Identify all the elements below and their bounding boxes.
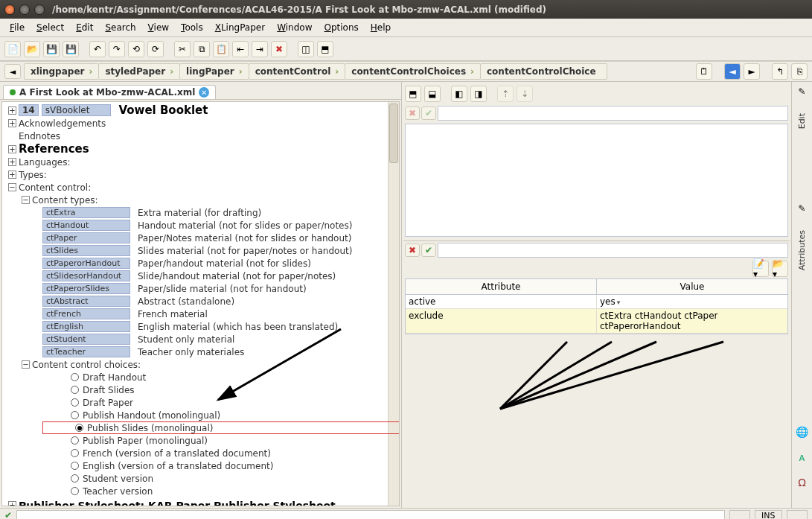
expand-icon[interactable]: +: [8, 145, 16, 153]
content-type-row[interactable]: ctSlidesSlides material (not for paper/n…: [42, 244, 397, 257]
menu-view[interactable]: View: [143, 20, 174, 35]
content-choice[interactable]: French (version of a translated document…: [71, 447, 397, 459]
crumb-styledpaper[interactable]: styledPaper: [98, 63, 180, 80]
edit-listbox[interactable]: [405, 124, 788, 237]
tab-close-icon[interactable]: ✕: [199, 87, 209, 98]
redo-group-icon[interactable]: ⟳: [147, 41, 164, 57]
radio-icon[interactable]: [71, 373, 79, 381]
wrap-b-icon[interactable]: ◨: [470, 86, 487, 102]
crumb-contentcontrolchoices[interactable]: contentControlChoices: [345, 63, 481, 80]
paste-after-icon[interactable]: ⇥: [252, 41, 268, 57]
content-type-row[interactable]: ctSlidesorHandoutSlide/handout material …: [42, 270, 397, 282]
edit-tab[interactable]: Edit: [797, 110, 807, 132]
tool-a-icon[interactable]: ↰: [772, 63, 788, 80]
menu-xlingpaper[interactable]: XLingPaper: [210, 20, 270, 35]
apply-button[interactable]: ✔: [421, 106, 436, 120]
expand-icon[interactable]: +: [8, 119, 16, 127]
attr-folder-icon[interactable]: 📂▾: [772, 261, 788, 277]
maximize-icon[interactable]: [34, 4, 45, 15]
content-choice[interactable]: Publish Handout (monolingual): [71, 409, 397, 421]
document-area[interactable]: + 14 sVBooklet Vowel Booklet +Acknowledg…: [1, 101, 400, 506]
content-type-row[interactable]: ctExtraExtra material (for drafting): [42, 206, 397, 219]
content-type-row[interactable]: ctEnglishEnglish material (which has bee…: [42, 320, 397, 333]
omega-icon[interactable]: Ω: [798, 477, 806, 488]
attr-add-icon[interactable]: 📝▾: [752, 261, 769, 277]
menu-window[interactable]: Window: [272, 20, 317, 35]
abc-icon[interactable]: ᴀ: [799, 451, 805, 463]
open-icon[interactable]: 📂: [24, 41, 40, 57]
menu-select[interactable]: Select: [31, 20, 69, 35]
attr-cancel-button[interactable]: ✖: [405, 243, 420, 257]
attr-apply-button[interactable]: ✔: [421, 243, 436, 257]
nav-fwd-icon[interactable]: ►: [744, 63, 760, 80]
content-choice[interactable]: Publish Slides (monolingual): [42, 421, 400, 434]
crumb-xlingpaper[interactable]: xlingpaper: [24, 63, 99, 80]
cancel-button[interactable]: ✖: [405, 106, 420, 120]
crumb-contentcontrol[interactable]: contentControl: [249, 63, 346, 80]
radio-icon[interactable]: [71, 474, 79, 483]
crumb-lingpaper[interactable]: lingPaper: [179, 63, 249, 80]
insert-icon[interactable]: ⬒: [405, 86, 421, 102]
pencil-icon[interactable]: ✎: [798, 86, 805, 97]
new-icon[interactable]: 📄: [4, 41, 21, 57]
nav-back-icon[interactable]: ◄: [724, 63, 741, 80]
view-text-icon[interactable]: 🗒: [696, 63, 712, 80]
expand-icon[interactable]: +: [8, 171, 16, 179]
chevron-down-icon[interactable]: ▾: [617, 299, 621, 306]
tool-b-icon[interactable]: ⎘: [791, 63, 808, 80]
attr-input[interactable]: [438, 243, 788, 258]
undo-group-icon[interactable]: ⟲: [128, 41, 144, 57]
close-icon[interactable]: [4, 4, 15, 15]
globe-icon[interactable]: 🌐: [796, 426, 808, 438]
radio-icon[interactable]: [71, 436, 79, 445]
copy-icon[interactable]: ⧉: [194, 41, 210, 57]
wrap-icon[interactable]: ◧: [451, 86, 467, 102]
collapse-icon[interactable]: −: [22, 360, 30, 369]
redo-icon[interactable]: ↷: [109, 41, 125, 57]
insert-b-icon[interactable]: ⬓: [424, 86, 441, 102]
table-row[interactable]: active yes▾: [406, 295, 787, 309]
pencil-icon[interactable]: ✎: [798, 203, 805, 214]
content-choice[interactable]: Draft Handout: [71, 371, 397, 383]
expand-icon[interactable]: +: [8, 501, 16, 506]
content-choice[interactable]: Student version: [71, 472, 397, 485]
split-h-icon[interactable]: ◫: [298, 41, 314, 57]
collapse-icon[interactable]: −: [8, 183, 16, 191]
content-type-row[interactable]: ctPaperPaper/Notes material (not for sli…: [42, 232, 397, 244]
menu-options[interactable]: Options: [319, 20, 363, 35]
edit-input[interactable]: [438, 106, 788, 121]
content-type-row[interactable]: ctStudentStudent only material: [42, 333, 397, 346]
attr-value[interactable]: yes▾: [597, 295, 787, 308]
expand-icon[interactable]: +: [8, 158, 16, 166]
content-type-row[interactable]: ctAbstractAbstract (standalone): [42, 295, 397, 308]
menu-edit[interactable]: Edit: [71, 20, 98, 35]
radio-icon[interactable]: [75, 424, 83, 432]
radio-icon[interactable]: [71, 398, 79, 407]
attr-value[interactable]: ctExtra ctHandout ctPaper ctPaperorHando…: [597, 309, 787, 333]
menu-help[interactable]: Help: [365, 20, 396, 35]
minimize-icon[interactable]: [19, 4, 30, 15]
split-v-icon[interactable]: ⬒: [317, 41, 333, 57]
paste-icon[interactable]: 📋: [213, 41, 229, 57]
breadcrumb-back-icon[interactable]: ◄: [4, 64, 21, 79]
content-type-row[interactable]: ctHandoutHandout material (not for slide…: [42, 219, 397, 232]
content-choice[interactable]: English (version of a translated documen…: [71, 459, 397, 472]
content-type-row[interactable]: ctPaperorSlidesPaper/slide material (not…: [42, 282, 397, 295]
radio-icon[interactable]: [71, 449, 79, 457]
content-type-row[interactable]: ctTeacherTeacher only materiales: [42, 346, 397, 358]
content-choice[interactable]: Draft Slides: [71, 383, 397, 396]
tab-document[interactable]: A First Look at Mbo-zmw-ACAL.xml ✕: [3, 85, 216, 99]
save-all-icon[interactable]: 💾: [63, 41, 79, 57]
content-choice[interactable]: Teacher version: [71, 485, 397, 497]
undo-icon[interactable]: ↶: [89, 41, 106, 57]
content-type-row[interactable]: ctFrenchFrench material: [42, 308, 397, 320]
table-row[interactable]: exclude ctExtra ctHandout ctPaper ctPape…: [406, 309, 787, 334]
save-icon[interactable]: 💾: [43, 41, 60, 57]
content-choice[interactable]: Draft Paper: [71, 396, 397, 409]
radio-icon[interactable]: [71, 386, 79, 394]
attributes-tab[interactable]: Attributes: [797, 227, 807, 273]
delete-icon[interactable]: ✖: [271, 41, 287, 57]
menu-file[interactable]: File: [4, 20, 30, 35]
menu-search[interactable]: Search: [100, 20, 141, 35]
crumb-contentcontrolchoice[interactable]: contentControlChoice: [480, 63, 607, 80]
